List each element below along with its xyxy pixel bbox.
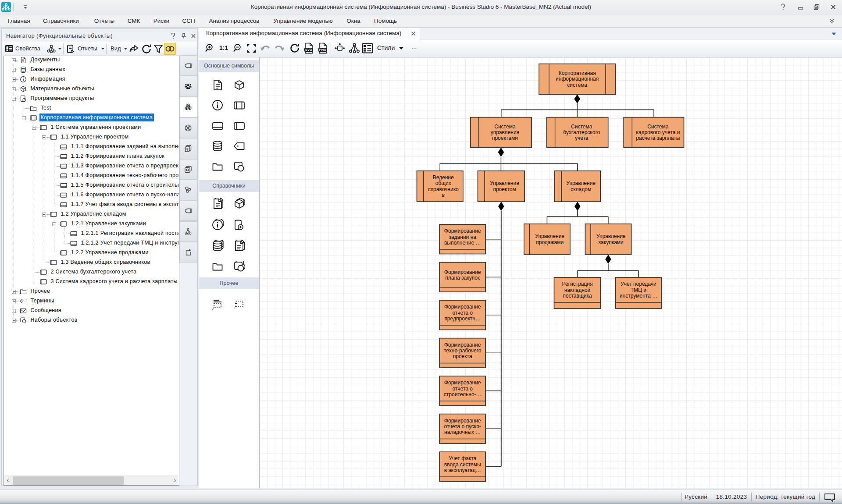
svg-text:проекта: проекта: [453, 353, 472, 359]
svg-text:Учет передачи: Учет передачи: [621, 281, 656, 287]
svg-text:Формирование: Формирование: [444, 269, 481, 275]
svg-text:Ведение: Ведение: [433, 174, 454, 181]
svg-text:отчета о: отчета о: [452, 386, 473, 392]
svg-text:Система: Система: [647, 124, 669, 130]
svg-text:кадрового учета и: кадрового учета и: [636, 129, 680, 135]
svg-text:информационная: информационная: [556, 76, 599, 82]
svg-text:проектом: проектом: [493, 186, 516, 192]
svg-text:Учет факта: Учет факта: [449, 455, 476, 461]
svg-text:выполнение …: выполнение …: [444, 240, 481, 246]
svg-text:Формирование: Формирование: [444, 380, 481, 386]
svg-text:Система: Система: [494, 124, 516, 130]
svg-text:ТМЦ и: ТМЦ и: [631, 287, 646, 293]
svg-text:складом: складом: [571, 186, 591, 192]
svg-text:общих: общих: [435, 180, 451, 186]
svg-text:Корпоративная: Корпоративная: [559, 70, 596, 76]
svg-text:закупками: закупками: [599, 239, 624, 245]
svg-text:проектами: проектами: [492, 135, 518, 141]
svg-text:наладочных …: наладочных …: [444, 429, 481, 435]
svg-text:продажами: продажами: [536, 239, 564, 245]
svg-text:расчета зарплаты: расчета зарплаты: [636, 135, 680, 141]
svg-text:заданий на: заданий на: [449, 234, 476, 240]
svg-text:предпроектн…: предпроектн…: [444, 316, 481, 322]
svg-text:T: T: [186, 149, 189, 152]
svg-text:Формирование: Формирование: [444, 228, 481, 234]
svg-text:накладной: накладной: [564, 287, 590, 293]
svg-text:бухгалтерского: бухгалтерского: [563, 129, 600, 135]
svg-text:в эксплуатац…: в эксплуатац…: [444, 467, 481, 473]
svg-text:ввода системы: ввода системы: [444, 461, 481, 468]
svg-text:Управление: Управление: [490, 180, 519, 186]
svg-text:поставщика: поставщика: [563, 293, 592, 299]
svg-text:техно-рабочего: техно-рабочего: [444, 348, 482, 354]
svg-text:отчета о пуско-: отчета о пуско-: [444, 423, 481, 429]
svg-text:Управление: Управление: [566, 180, 596, 186]
svg-text:Формирование: Формирование: [444, 418, 481, 424]
svg-text:инструмента …: инструмента …: [620, 293, 657, 299]
svg-text:Регистрация: Регистрация: [562, 281, 592, 287]
svg-text:Система: Система: [571, 124, 592, 130]
svg-text:система: система: [567, 82, 587, 88]
svg-text:SVG: SVG: [305, 48, 312, 52]
svg-text:плана закупок: плана закупок: [445, 275, 480, 281]
svg-text:PNG: PNG: [319, 48, 326, 52]
svg-text:отчета о: отчета о: [452, 310, 473, 316]
svg-text:Формирование: Формирование: [444, 342, 481, 348]
svg-text:Формирование: Формирование: [444, 304, 481, 310]
svg-text:Управление: Управление: [596, 233, 626, 239]
svg-text:справочнико: справочнико: [428, 186, 459, 192]
svg-text:учета: учета: [575, 135, 589, 141]
svg-text:строительно-…: строительно-…: [444, 391, 482, 398]
svg-text:в: в: [442, 192, 445, 198]
svg-text:Управление: Управление: [535, 233, 564, 239]
svg-text:управления: управления: [491, 129, 519, 135]
